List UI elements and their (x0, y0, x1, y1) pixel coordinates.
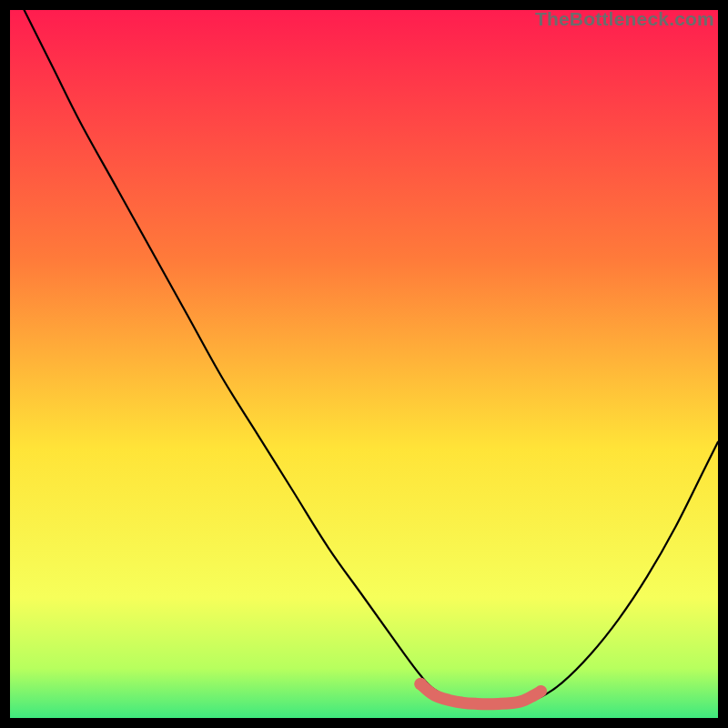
chart-frame: TheBottleneck.com (10, 10, 718, 718)
plot-background (10, 10, 718, 718)
watermark-label: TheBottleneck.com (535, 8, 714, 30)
optimal-range-start-dot (414, 678, 427, 691)
bottleneck-chart (10, 10, 718, 718)
